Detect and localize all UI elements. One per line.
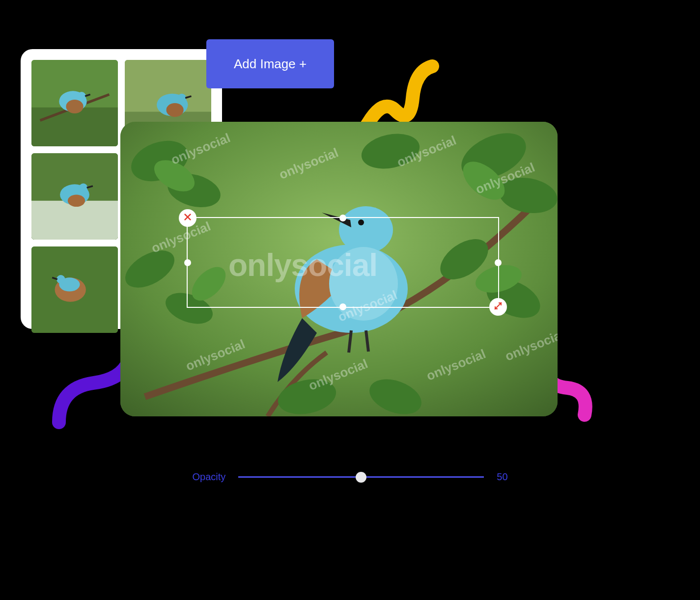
svg-point-3 <box>66 100 83 113</box>
close-icon <box>183 213 192 223</box>
thumbnail-1[interactable] <box>31 60 118 146</box>
add-image-button[interactable]: Add Image + <box>206 39 334 88</box>
selection-box[interactable] <box>187 217 499 308</box>
svg-point-14 <box>79 184 88 192</box>
opacity-slider-thumb[interactable] <box>356 472 366 483</box>
opacity-slider[interactable] <box>238 476 484 478</box>
editor-canvas[interactable]: onlysocial onlysocial onlysocial onlysoc… <box>120 122 558 416</box>
opacity-label: Opacity <box>192 471 225 483</box>
selection-handle-left[interactable] <box>184 259 191 266</box>
thumbnail-3[interactable] <box>31 153 118 240</box>
opacity-slider-row: Opacity 50 <box>0 471 700 483</box>
selection-close-button[interactable] <box>179 209 196 227</box>
selection-handle-right[interactable] <box>495 259 502 266</box>
svg-point-8 <box>166 103 183 117</box>
resize-icon <box>493 301 503 313</box>
svg-point-4 <box>77 92 86 101</box>
svg-point-9 <box>177 94 186 103</box>
selection-resize-handle[interactable] <box>489 298 507 316</box>
svg-point-21 <box>56 275 65 284</box>
opacity-value: 50 <box>497 471 507 483</box>
thumbnail-5[interactable] <box>31 246 118 333</box>
selection-handle-top[interactable] <box>339 215 346 221</box>
svg-point-13 <box>68 194 85 207</box>
add-image-label: Add Image + <box>234 56 307 72</box>
selection-handle-bottom[interactable] <box>339 303 346 310</box>
